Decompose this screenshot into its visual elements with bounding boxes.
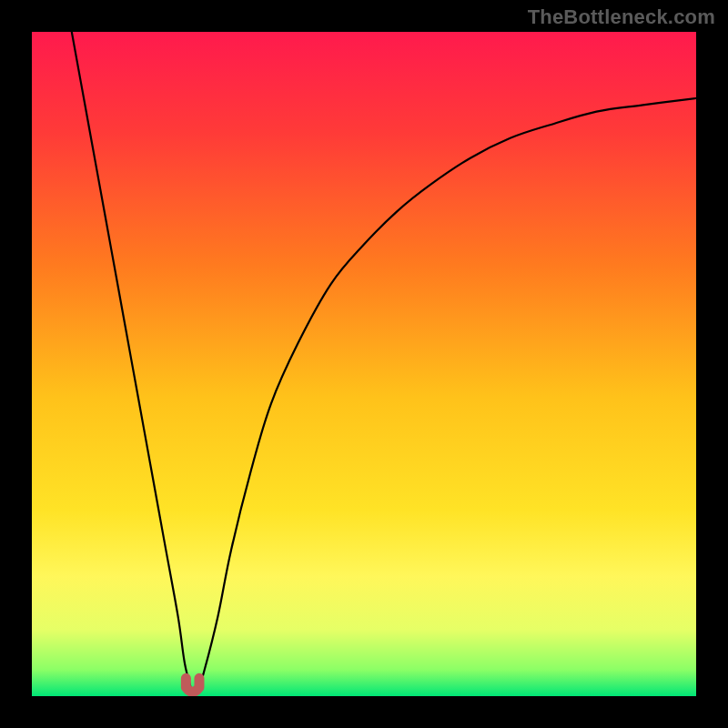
- minimum-marker: [186, 678, 199, 692]
- curve-left-branch: [72, 32, 191, 690]
- chart-frame: TheBottleneck.com: [0, 0, 728, 728]
- plot-area: [32, 32, 696, 696]
- bottleneck-curve: [32, 32, 696, 696]
- curve-right-branch: [191, 98, 696, 691]
- watermark-text: TheBottleneck.com: [528, 5, 715, 29]
